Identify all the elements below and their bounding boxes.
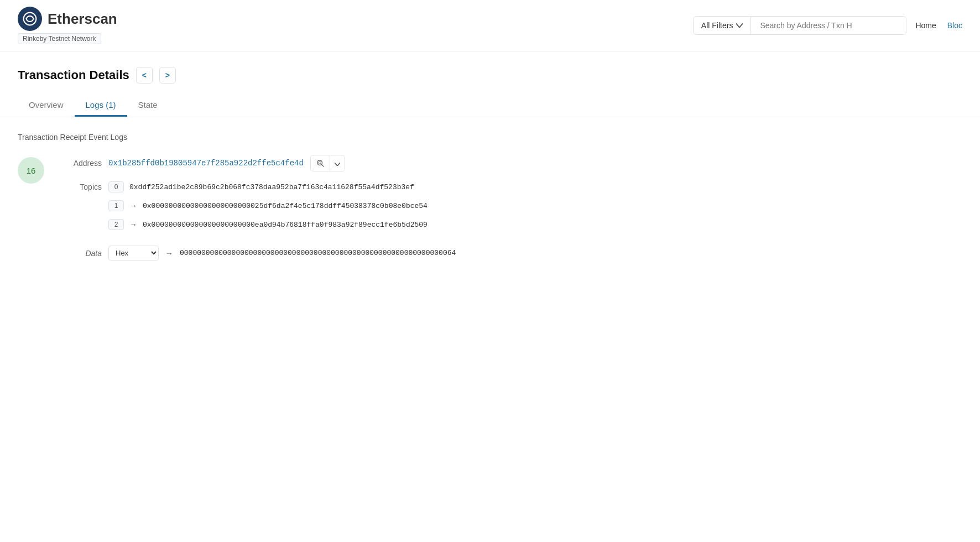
log-details: Address 0x1b285ffd0b19805947e7f285a922d2… (58, 155, 962, 260)
prev-btn[interactable]: < (136, 67, 153, 84)
header-left: Etherscan Rinkeby Testnet Network (18, 7, 117, 44)
tab-state[interactable]: State (127, 95, 169, 117)
etherscan-logo-icon (18, 7, 42, 31)
nav-blockchain[interactable]: Bloc (947, 21, 962, 30)
network-badge: Rinkeby Testnet Network (18, 33, 101, 44)
filter-label: All Filters (701, 21, 733, 30)
topic-value-0: 0xddf252ad1be2c89b69c2b068fc378daa952ba7… (129, 183, 414, 191)
svg-point-0 (24, 13, 37, 25)
address-dropdown-btn[interactable] (330, 156, 345, 171)
page-title: Transaction Details (18, 68, 129, 82)
topic-item-2: 2 → 0x000000000000000000000000ea0d94b768… (108, 219, 962, 230)
filter-dropdown[interactable]: All Filters (694, 17, 752, 34)
address-field-label: Address (58, 159, 102, 168)
data-field-label: Data (58, 249, 102, 258)
address-link[interactable]: 0x1b285ffd0b19805947e7f285a922d2ffe5c4fe… (108, 159, 304, 168)
nav-home[interactable]: Home (915, 21, 936, 30)
header: Etherscan Rinkeby Testnet Network All Fi… (0, 0, 980, 51)
logo-text: Etherscan (48, 11, 117, 28)
search-icon (316, 159, 324, 167)
topics-list: 0 0xddf252ad1be2c89b69c2b068fc378daa952b… (108, 181, 962, 238)
topic-arrow-2: → (129, 220, 137, 229)
next-btn[interactable]: > (159, 67, 176, 84)
section-label: Transaction Receipt Event Logs (18, 133, 962, 142)
address-actions (310, 155, 345, 171)
header-right: All Filters Home Bloc (693, 16, 962, 35)
content: Transaction Receipt Event Logs 16 Addres… (0, 117, 980, 276)
data-row: Data Hex Decoded UTF-8 → 000000000000000… (58, 246, 962, 260)
search-bar: All Filters (693, 16, 907, 35)
tab-overview[interactable]: Overview (18, 95, 75, 117)
tabs: Overview Logs (1) State (18, 95, 962, 117)
topic-value-1: 0x00000000000000000000000025df6da2f4e5c1… (143, 202, 428, 210)
nav-links: Home Bloc (915, 21, 962, 30)
topics-row: Topics 0 0xddf252ad1be2c89b69c2b068fc378… (58, 181, 962, 238)
chevron-down-icon (736, 22, 743, 29)
tab-logs[interactable]: Logs (1) (75, 95, 127, 117)
topic-item-1: 1 → 0x00000000000000000000000025df6da2f4… (108, 200, 962, 211)
topic-index-1: 1 (108, 200, 124, 211)
tabs-container: Overview Logs (1) State (0, 84, 980, 117)
data-format-select[interactable]: Hex Decoded UTF-8 (108, 246, 159, 260)
svg-point-3 (319, 161, 321, 164)
log-entry: 16 Address 0x1b285ffd0b19805947e7f285a92… (18, 155, 962, 260)
topic-index-2: 2 (108, 219, 124, 230)
address-search-btn[interactable] (311, 156, 330, 170)
page-title-section: Transaction Details < > (0, 51, 980, 84)
chevron-down-icon (335, 163, 340, 166)
search-input[interactable] (751, 17, 906, 34)
topic-index-0: 0 (108, 181, 124, 192)
log-number-badge: 16 (18, 157, 44, 184)
data-value: 0000000000000000000000000000000000000000… (180, 249, 456, 257)
topics-field-label: Topics (58, 181, 102, 191)
topic-arrow-1: → (129, 201, 137, 210)
logo-row: Etherscan (18, 7, 117, 31)
page-title-row: Transaction Details < > (18, 67, 962, 84)
topic-value-2: 0x000000000000000000000000ea0d94b76818ff… (143, 221, 428, 229)
svg-line-2 (321, 165, 324, 167)
data-arrow: → (165, 249, 173, 258)
topic-item-0: 0 0xddf252ad1be2c89b69c2b068fc378daa952b… (108, 181, 962, 192)
logo-svg (23, 12, 37, 26)
address-row: Address 0x1b285ffd0b19805947e7f285a922d2… (58, 155, 962, 171)
